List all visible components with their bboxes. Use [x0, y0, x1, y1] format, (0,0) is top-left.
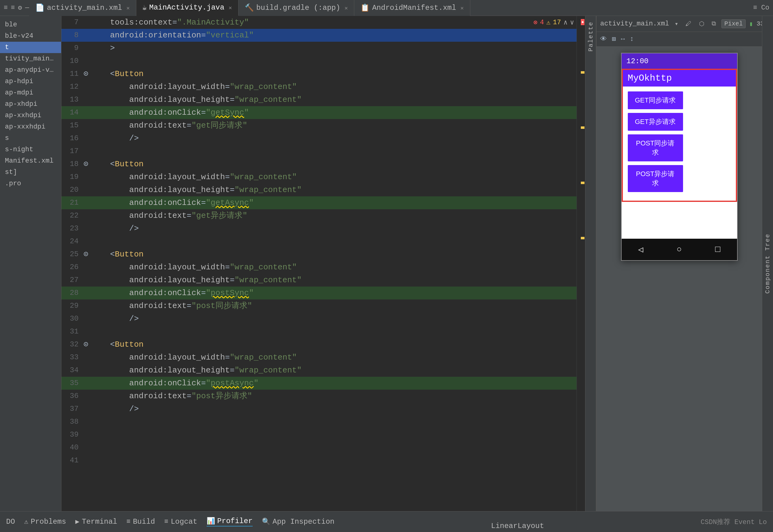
- terminal-label: Terminal: [82, 518, 117, 526]
- android-post-sync-btn[interactable]: POST同步请求: [628, 134, 683, 161]
- android-post-async-btn[interactable]: POST异步请求: [628, 165, 683, 192]
- android-get-sync-btn[interactable]: GET同步请求: [628, 91, 683, 109]
- preview-second-toolbar: 👁 ⊞ ↔ ↕: [597, 32, 762, 47]
- sidebar-item-hdpi[interactable]: ap-hdpi: [0, 76, 61, 87]
- warn-icon: ⚠: [547, 18, 551, 27]
- sidebar-item-xxxhdpi[interactable]: ap-xxxhdpi: [0, 121, 61, 133]
- tab-activity-main-xml[interactable]: 📄 activity_main.xml ✕: [29, 0, 136, 16]
- tab-build-gradle[interactable]: 🔨 build.gradle (:app) ✕: [238, 0, 354, 16]
- bottom-item-terminal[interactable]: ▶ Terminal: [75, 518, 117, 526]
- collapse-icon[interactable]: ∨: [570, 18, 574, 27]
- expand-icon[interactable]: ∧: [564, 18, 568, 27]
- gutter-warn-3: [581, 182, 585, 184]
- vertical-arrow-icon[interactable]: ↕: [630, 35, 634, 43]
- bottom-item-app-inspection[interactable]: 🔍 App Inspection: [262, 518, 334, 526]
- code-line-33: 33 android:layout_width="wrap_content": [61, 351, 585, 364]
- code-line-25: 25 ⊙ <Button: [61, 248, 585, 261]
- preview-device-dropdown[interactable]: Pixel: [721, 19, 745, 28]
- code-line-34: 34 android:layout_height="wrap_content": [61, 364, 585, 377]
- app-inspection-icon: 🔍: [262, 518, 270, 526]
- code-line-41: 41: [61, 454, 585, 467]
- palette-panel: Palette: [585, 16, 596, 511]
- code-line-13: 13 android:layout_height="wrap_content": [61, 93, 585, 106]
- bottom-item-do[interactable]: DO: [6, 518, 15, 526]
- code-line-21: 21 android:onClick="getAsync": [61, 196, 585, 209]
- tab-close-1[interactable]: ✕: [126, 5, 130, 11]
- code-line-8: 8 android:orientation="vertical": [61, 29, 585, 42]
- code-line-17: 17: [61, 145, 585, 158]
- sidebar-item-manifest[interactable]: Manifest.xml: [0, 155, 61, 167]
- build-icon: ≡: [126, 518, 130, 526]
- code-line-16: 16 />: [61, 132, 585, 145]
- sidebar-item-ble-v24[interactable]: ble-v24: [0, 30, 61, 42]
- code-line-7: 7 tools:context=".MainActivity": [61, 16, 585, 29]
- sidebar-item-t[interactable]: t: [0, 42, 61, 53]
- profiler-icon: 📊: [207, 517, 215, 525]
- sidebar-item-s[interactable]: s: [0, 133, 61, 144]
- status-right: CSDN推荐 Event Lo: [701, 517, 767, 526]
- sidebar-item-mdpi[interactable]: ap-mdpi: [0, 87, 61, 98]
- preview-dropdown-btn[interactable]: ▾: [673, 19, 680, 28]
- sidebar: ble ble-v24 t tivity_main.xml ap-anydpi-…: [0, 16, 61, 511]
- android-get-async-btn[interactable]: GET异步请求: [628, 113, 683, 131]
- horizontal-arrow-icon[interactable]: ↔: [621, 35, 625, 43]
- tab-icon-3: 🔨: [245, 3, 254, 12]
- app-inspection-label: App Inspection: [272, 518, 334, 526]
- nav-home-btn[interactable]: ○: [677, 245, 682, 254]
- sidebar-item-activity-main[interactable]: tivity_main.xml: [0, 53, 61, 64]
- settings-icon[interactable]: ⚙: [18, 4, 22, 12]
- minimize-icon[interactable]: —: [25, 4, 29, 12]
- layout-label: LinearLayout: [491, 522, 544, 530]
- sidebar-item-st[interactable]: st]: [0, 167, 61, 178]
- error-icon: ⊗: [533, 18, 537, 27]
- build-label: Build: [133, 518, 155, 526]
- tab-close-4[interactable]: ✕: [461, 5, 464, 11]
- code-line-36: 36 android:text="post异步请求": [61, 390, 585, 403]
- code-line-35: 35 android:onClick="postAsync": [61, 377, 585, 390]
- nav-recent-btn[interactable]: □: [715, 245, 720, 254]
- bottom-item-problems[interactable]: ⚠ Problems: [24, 518, 66, 526]
- editor-area[interactable]: 7 tools:context=".MainActivity" 8 androi…: [61, 16, 585, 511]
- preview-file-label: activity_main.xml: [600, 20, 669, 28]
- tab-close-3[interactable]: ✕: [344, 5, 348, 11]
- bottom-item-profiler[interactable]: 📊 Profiler: [207, 517, 253, 526]
- sidebar-item-xhdpi[interactable]: ap-xhdpi: [0, 98, 61, 110]
- code-line-40: 40: [61, 441, 585, 454]
- logcat-label: Logcat: [171, 518, 197, 526]
- sidebar-item-s-night[interactable]: s-night: [0, 144, 61, 155]
- bottom-item-build[interactable]: ≡ Build: [126, 518, 155, 526]
- code-line-18: 18 ⊙ <Button: [61, 158, 585, 171]
- preview-panel: activity_main.xml ▾ 🖊 ⬡ ⧉ Pixel ▮ 33 👁 ⊞…: [596, 16, 762, 511]
- preview-layers-icon[interactable]: ⧉: [710, 20, 718, 28]
- sidebar-item-anydpi[interactable]: ap-anydpi-v26: [0, 64, 61, 76]
- sidebar-item-xxhdpi[interactable]: ap-xxhdpi: [0, 110, 61, 121]
- sidebar-item-ble[interactable]: ble: [0, 19, 61, 30]
- grid-icon[interactable]: ⊞: [612, 35, 616, 43]
- eye-icon[interactable]: 👁: [600, 35, 607, 43]
- title-bar-left: ≡ ≡ ⚙ —: [4, 4, 29, 12]
- menu-icon-2[interactable]: ≡: [11, 4, 15, 12]
- android-status-bar: 12:00: [622, 53, 737, 69]
- preview-design-icon[interactable]: 🖊: [684, 20, 694, 28]
- menu-icon-1[interactable]: ≡: [4, 4, 8, 12]
- code-line-14: 14 android:onClick="getSync": [61, 106, 585, 119]
- nav-back-btn[interactable]: ◁: [638, 244, 644, 255]
- sidebar-item-pro[interactable]: .pro: [0, 178, 61, 189]
- bottom-item-logcat[interactable]: ≡ Logcat: [164, 518, 197, 526]
- code-line-19: 19 android:layout_width="wrap_content": [61, 171, 585, 183]
- main-layout: ble ble-v24 t tivity_main.xml ap-anydpi-…: [0, 16, 773, 511]
- code-line-11: 11 ⊙ <Button: [61, 67, 585, 80]
- tabs-area: 📄 activity_main.xml ✕ ☕ MainActivity.jav…: [29, 0, 753, 16]
- code-line-38: 38: [61, 415, 585, 428]
- gutter-warn-4: [581, 237, 585, 239]
- tab-close-2[interactable]: ✕: [229, 4, 232, 11]
- logcat-icon: ≡: [164, 518, 168, 526]
- code-line-28: 28 android:onClick="postSync": [61, 287, 585, 299]
- preview-code-icon[interactable]: ⬡: [697, 19, 706, 28]
- code-line-24: 24: [61, 235, 585, 248]
- tab-mainactivity-java[interactable]: ☕ MainActivity.java ✕: [136, 0, 238, 16]
- error-count: 4: [540, 19, 544, 26]
- component-tree-strip: Component Tree: [762, 16, 773, 511]
- palette-label: Palette: [587, 21, 594, 52]
- tab-android-manifest[interactable]: 📋 AndroidManifest.xml ✕: [354, 0, 470, 16]
